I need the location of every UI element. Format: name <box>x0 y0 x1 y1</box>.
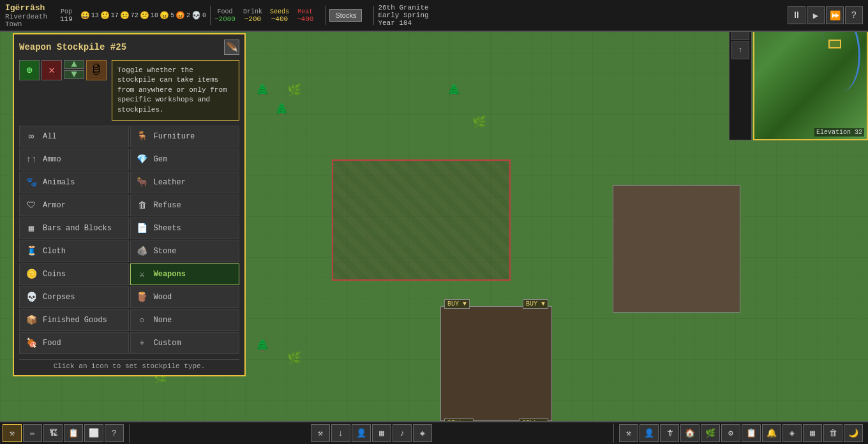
category-weapons[interactable]: ⚔ Weapons <box>130 263 240 285</box>
refuse-label: Refuse <box>154 201 181 210</box>
right-btn-3[interactable]: 🗡 <box>660 424 679 442</box>
category-custom[interactable]: + Custom <box>130 332 240 354</box>
right-btn-5[interactable]: 🌿 <box>701 424 720 442</box>
face-count-5: 5 <box>170 12 174 19</box>
stockpile-zone <box>332 159 511 281</box>
buy-label-left: BUY ▼ <box>444 299 470 309</box>
orders-btn[interactable]: 📋 <box>64 424 83 442</box>
face-count-2: 17 <box>111 12 119 19</box>
barrel-icon[interactable]: 🛢 <box>86 60 107 80</box>
center-btn-2[interactable]: ↓ <box>331 424 350 442</box>
center-btn-4[interactable]: ▦ <box>372 424 391 442</box>
bottom-center-tools: ⚒ ↓ 👤 ▦ ♪ ◈ <box>311 422 432 444</box>
date-line2: Early Spring <box>378 11 428 19</box>
category-bars-blocks[interactable]: ▦ Bars and Blocks <box>19 218 129 239</box>
tooltip-box: Toggle whether the stockpile can take it… <box>112 60 239 121</box>
gem-icon: 💎 <box>135 152 150 167</box>
category-corpses[interactable]: 💀 Corpses <box>19 286 129 308</box>
right-btn-10[interactable]: ▦ <box>803 424 822 442</box>
action-buttons: ⊕ ✕ ▲ ▼ 🛢 <box>19 60 107 121</box>
layer-up-btn[interactable]: ↑ <box>731 41 749 59</box>
panel-feather-icon: 🪶 <box>224 40 239 55</box>
panel-footer: Click an icon to set stockpile type. <box>19 359 239 370</box>
build-btn[interactable]: 🏗 <box>43 424 63 442</box>
sheets-label: Sheets <box>154 224 181 233</box>
pause-icon[interactable]: ⏸ <box>788 6 805 24</box>
right-btn-12[interactable]: 🌙 <box>844 424 863 442</box>
query-btn[interactable]: ? <box>105 424 124 442</box>
top-bar-icons: ⏸ ▶ ⏩ ? <box>788 6 863 24</box>
bottom-sep-2 <box>613 424 614 443</box>
face-6: 😡 <box>176 11 185 20</box>
fast-icon[interactable]: ⏩ <box>826 6 844 24</box>
refuse-icon: 🗑 <box>135 198 150 213</box>
date-section: 26th Granite Early Spring Year 104 <box>378 4 428 27</box>
center-btn-3[interactable]: 👤 <box>352 424 371 442</box>
sheets-icon: 📄 <box>135 221 150 236</box>
bottom-toolbar: ⚒ ✏ 🏗 📋 ⬜ ? ⚒ ↓ 👤 ▦ ♪ ◈ ⚒ 👤 🗡 🏠 🌿 ⚙ 📋 🔔 … <box>0 421 868 444</box>
right-btn-6[interactable]: ⚙ <box>721 424 740 442</box>
category-gem[interactable]: 💎 Gem <box>130 149 240 170</box>
pop-faces: 😀 13 🙂 17 😐 72 😕 10 😠 5 😡 2 💀 0 <box>80 11 206 20</box>
category-wood[interactable]: 🪵 Wood <box>130 286 240 308</box>
right-btn-7[interactable]: 📋 <box>742 424 761 442</box>
stone-label: Stone <box>154 247 177 256</box>
category-stone[interactable]: 🪨 Stone <box>130 241 240 262</box>
category-ammo[interactable]: ↑↑ Ammo <box>19 149 129 170</box>
pop-label: Pop <box>61 8 72 15</box>
buy-label-right: BUY ▼ <box>523 299 548 309</box>
center-btn-5[interactable]: ♪ <box>393 424 412 442</box>
right-btn-2[interactable]: 👤 <box>640 424 659 442</box>
bars-blocks-label: Bars and Blocks <box>43 224 112 233</box>
all-icon: ∞ <box>24 129 39 144</box>
category-grid: ∞ All 🪑 Furniture ↑↑ Ammo 💎 Gem 🐾 Animal… <box>19 126 239 354</box>
right-btn-9[interactable]: ◈ <box>782 424 802 442</box>
right-btn-1[interactable]: ⚒ <box>619 424 638 442</box>
armor-label: Armor <box>43 201 66 210</box>
seeds-value: ~400 <box>271 15 288 23</box>
category-refuse[interactable]: 🗑 Refuse <box>130 195 240 216</box>
all-label: All <box>43 132 57 141</box>
category-armor[interactable]: 🛡 Armor <box>19 195 129 216</box>
right-btn-8[interactable]: 🔔 <box>762 424 781 442</box>
arrow-up-button[interactable]: ▲ <box>64 60 84 69</box>
category-sheets[interactable]: 📄 Sheets <box>130 218 240 239</box>
face-4: 😕 <box>140 11 149 20</box>
category-none[interactable]: ○ None <box>130 309 240 331</box>
stockpile-panel: Weapon Stockpile #25 🪶 ⊕ ✕ ▲ ▼ 🛢 Toggle … <box>13 33 246 376</box>
right-btn-4[interactable]: 🏠 <box>680 424 700 442</box>
category-cloth[interactable]: 🧵 Cloth <box>19 241 129 262</box>
tree-7: 🌿 <box>287 351 301 365</box>
seeds-stat: Seeds ~400 <box>270 8 289 23</box>
right-btn-11[interactable]: 🗑 <box>823 424 842 442</box>
center-btn-6[interactable]: ◈ <box>413 424 432 442</box>
separator-2 <box>325 6 326 25</box>
furniture-icon: 🪑 <box>135 129 150 144</box>
tree-3: 🌲 <box>274 102 288 116</box>
designate-btn[interactable]: ✏ <box>23 424 42 442</box>
center-btn-1[interactable]: ⚒ <box>311 424 330 442</box>
leather-icon: 🐂 <box>135 175 150 190</box>
bottom-right-tools: ⚒ 👤 🗡 🏠 🌿 ⚙ 📋 🔔 ◈ ▦ 🗑 🌙 <box>619 422 865 444</box>
category-finished-goods[interactable]: 📦 Finished Goods <box>19 309 129 331</box>
remove-button[interactable]: ✕ <box>41 60 62 80</box>
action-row: ⊕ ✕ ▲ ▼ 🛢 Toggle whether the stockpile c… <box>19 60 239 121</box>
corpses-label: Corpses <box>43 293 75 302</box>
add-button[interactable]: ⊕ <box>19 60 40 80</box>
hammer-btn[interactable]: ⚒ <box>3 424 22 442</box>
help-icon[interactable]: ? <box>845 6 863 24</box>
coins-label: Coins <box>43 270 66 279</box>
category-leather[interactable]: 🐂 Leather <box>130 172 240 193</box>
stocks-button[interactable]: Stocks <box>329 9 362 22</box>
arrow-down-button[interactable]: ▼ <box>64 70 84 79</box>
category-animals[interactable]: 🐾 Animals <box>19 172 129 193</box>
category-all[interactable]: ∞ All <box>19 126 129 147</box>
finished-goods-label: Finished Goods <box>43 316 107 325</box>
food-label: Food <box>217 8 232 15</box>
category-furniture[interactable]: 🪑 Furniture <box>130 126 240 147</box>
face-count-6: 2 <box>186 12 190 19</box>
zone-btn[interactable]: ⬜ <box>84 424 103 442</box>
category-coins[interactable]: 🪙 Coins <box>19 263 129 285</box>
category-food[interactable]: 🍖 Food <box>19 332 129 354</box>
play-icon[interactable]: ▶ <box>807 6 825 24</box>
